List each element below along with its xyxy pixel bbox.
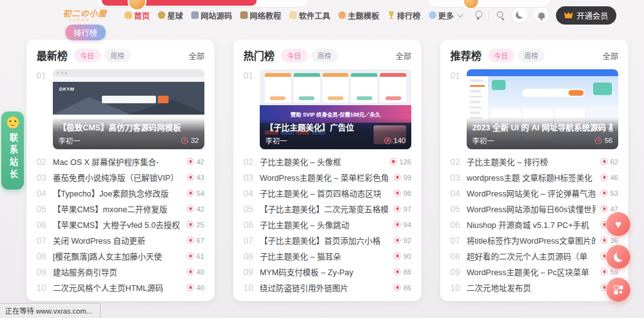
heart-icon: ♥ [615, 219, 621, 230]
list-item[interactable]: 06子比主题美化 – 头像跳动94 [243, 217, 411, 232]
item-title: 【Typecho】Joe素颜执念修改版 [53, 187, 182, 199]
views-count: 43 [196, 174, 204, 181]
list-item[interactable]: 08子比主题美化 – 猫耳朵90 [243, 248, 411, 264]
notifications-button[interactable] [534, 8, 549, 23]
views-icon [187, 284, 194, 291]
nav-item-more[interactable]: 更多 [429, 9, 462, 21]
tab-week[interactable]: 周榜 [311, 48, 338, 62]
site-logo[interactable]: 初二の小屋 VXRAS [63, 9, 121, 23]
tab-week[interactable]: 周榜 [518, 48, 545, 62]
nav-item-label: 更多 [438, 9, 454, 21]
list-item[interactable]: 02子比主题美化 – 头像框126 [243, 154, 411, 169]
view-all-link[interactable]: 全部 [189, 50, 204, 62]
item-title: 【苹果CMS】mxone二开修复版 [53, 203, 182, 215]
list-item[interactable]: 04子比主题美化 – 首页四格动态区块98 [243, 185, 411, 201]
item-views: 126 [390, 158, 411, 166]
rank-number: 02 [36, 157, 53, 167]
lamp-icon[interactable] [475, 11, 482, 20]
latest-ranking-card: 最新榜 今日 周榜 全部 01 DKYM 【极致CMS】高仿刀客源码网模板 李初… [26, 40, 214, 301]
rank-number: 06 [243, 220, 260, 230]
tab-today[interactable]: 今日 [281, 48, 308, 62]
list-item[interactable]: 03番茄免费小说纯净版（已解锁VIP）43 [36, 169, 204, 185]
rank-number: 02 [450, 157, 467, 167]
nav-item-theme-templates[interactable]: 主题模板 [338, 9, 379, 21]
tab-today[interactable]: 今日 [488, 48, 514, 62]
list-item[interactable]: 07【子比主题美化】首页添加六小格92 [243, 232, 411, 248]
favorite-button[interactable]: ♥ [606, 212, 630, 236]
nav-item-tutorials[interactable]: 网络教程 [240, 9, 281, 21]
list-item[interactable]: 06Niushop 开源商城 v5.1.7 PC+手机53 [450, 217, 618, 232]
card-title: 推荐榜 [450, 48, 482, 63]
list-item[interactable]: 09WordPress主题美化 – Pc区块菜单59 [450, 264, 618, 280]
item-title: 绕过防盗链引用外链图片 [260, 281, 389, 293]
card-title: 最新榜 [36, 48, 68, 63]
tab-week[interactable]: 周榜 [104, 48, 131, 62]
views-icon [187, 237, 194, 244]
list-item[interactable]: 08[樱花飘落]路人女主加藤小天使61 [36, 248, 204, 264]
views-count: 99 [403, 174, 411, 181]
views-count: 61 [196, 253, 204, 260]
list-item[interactable]: 02子比主题美化 – 排行榜62 [450, 154, 618, 169]
featured-thumbnail[interactable]: 赞助 SVIP 终身会员-仅需188元／永久 【子比主题美化】广告位 李初一 1… [260, 69, 411, 149]
item-title: WordPress网站美化 – 评论弹幕气泡 [467, 187, 596, 199]
list-item[interactable]: 05WordPress网站添加每日60s读懂世界47 [450, 201, 618, 217]
nav-item-home[interactable]: 首页 [125, 9, 150, 21]
open-vip-button[interactable]: 开通会员 [556, 6, 616, 25]
list-item[interactable]: 10二次元风格个人主页HTML源码40 [36, 280, 204, 295]
item-views: 97 [394, 205, 411, 213]
page-badge: 排行榜 [65, 25, 106, 40]
item-title: 建站服务商引导页 [53, 266, 182, 278]
views-icon [181, 137, 188, 144]
list-item[interactable]: 08超好看的二次元个人主页源码（单62 [450, 248, 618, 264]
nav-item-site-source[interactable]: 网站源码 [191, 9, 232, 21]
list-item[interactable]: 02Mac OS X 屏幕保护程序集合-42 [36, 154, 204, 169]
list-item[interactable]: 10绕过防盗链引用外链图片86 [243, 280, 411, 295]
nav-item-planet[interactable]: 星球 [158, 9, 183, 21]
views-icon [384, 137, 391, 144]
list-item[interactable]: 03WordPress主题美化 – 菜单栏彩色角99 [243, 169, 411, 185]
views-count: 42 [196, 205, 204, 213]
view-all-link[interactable]: 全部 [602, 50, 618, 62]
qr-code-button[interactable] [606, 278, 630, 302]
contact-webmaster-tab[interactable]: 联系站长 [1, 111, 24, 190]
item-title: 子比主题美化 – 首页四格动态区块 [260, 187, 389, 199]
dark-mode-button[interactable] [512, 8, 527, 23]
featured-thumbnail[interactable]: DKYM 【极致CMS】高仿刀客源码网模板 李初一 32 [53, 69, 204, 149]
item-views: 67 [187, 237, 204, 244]
views-count: 25 [196, 221, 204, 229]
nav-item-software-tools[interactable]: 软件工具 [289, 9, 330, 21]
item-title: 子比主题美化 – 头像跳动 [260, 219, 389, 230]
moon-icon [516, 11, 523, 19]
rank-number: 07 [450, 236, 467, 246]
list-item[interactable]: 05【苹果CMS】mxone二开修复版42 [36, 201, 204, 217]
featured-thumbnail[interactable]: 2023 全新 UI 的 AI 网址导航系统源码 基于 李初一 56 [467, 69, 618, 149]
item-title: 【子比主题美化】二次元渐变五格模 [260, 203, 389, 215]
list-item[interactable]: 05【子比主题美化】二次元渐变五格模97 [243, 201, 411, 217]
list-item[interactable]: 04WordPress网站美化 – 评论弹幕气泡53 [450, 185, 618, 201]
item-views: 40 [187, 284, 204, 292]
list-item[interactable]: 09建站服务商引导页40 [36, 264, 204, 280]
dark-mode-float-button[interactable] [606, 245, 630, 269]
navbar-actions: 开通会员 [475, 6, 616, 25]
bell-icon [538, 13, 545, 18]
list-item[interactable]: 06【苹果CMS】大橙子vfed 5.0去授权25 [36, 217, 204, 232]
nav-item-label: 排行榜 [397, 9, 421, 21]
crown-icon [564, 12, 573, 18]
rank-number: 10 [36, 283, 53, 293]
nav-item-ranking[interactable]: 排行榜 [387, 9, 421, 21]
rank-number: 10 [243, 283, 260, 293]
views-count: 98 [403, 190, 411, 197]
list-item[interactable]: 04【Typecho】Joe素颜执念修改版54 [36, 185, 204, 201]
views-count: 40 [196, 284, 204, 292]
tab-today[interactable]: 今日 [74, 48, 101, 62]
list-item[interactable]: 07将title标签作为WordPress文章图片的36 [450, 232, 618, 248]
list-item[interactable]: 07关闭 WordPress 自动更新67 [36, 232, 204, 248]
list-item[interactable]: 10二次元地址发布页63 [450, 280, 618, 295]
item-views: 99 [394, 174, 411, 181]
list-item[interactable]: 09MYM码支付模板 – Zy-Pay88 [243, 264, 411, 280]
item-title: WordPress主题美化 – Pc区块菜单 [467, 266, 596, 278]
list-item[interactable]: 03wordpress主题 文章标题H标签美化46 [450, 169, 618, 185]
item-title: WordPress主题美化 – 菜单栏彩色角 [260, 171, 389, 183]
view-all-link[interactable]: 全部 [396, 50, 411, 62]
search-icon[interactable] [496, 11, 505, 20]
